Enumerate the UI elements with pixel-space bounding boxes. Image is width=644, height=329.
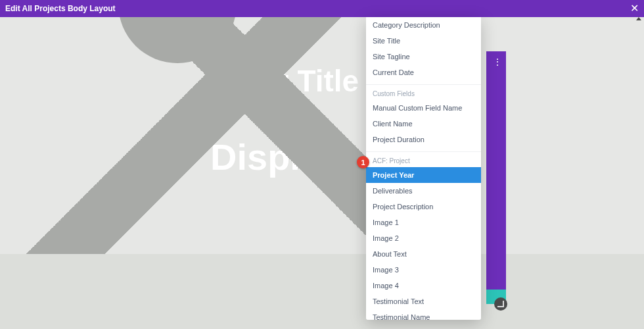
scroll-up-icon[interactable] bbox=[636, 17, 641, 20]
dropdown-item[interactable]: Current Date bbox=[366, 64, 481, 80]
preview-display-text: Display bbox=[210, 136, 341, 178]
dropdown-header-custom-fields: Custom Fields bbox=[366, 84, 481, 100]
dropdown-item[interactable]: Image 2 bbox=[366, 230, 481, 246]
dropdown-item[interactable]: Deliverables bbox=[366, 183, 481, 199]
dropdown-item[interactable]: Site Title bbox=[366, 33, 481, 49]
settings-panel-edge bbox=[486, 51, 506, 301]
placeholder-circle bbox=[118, 17, 237, 63]
dropdown-item[interactable]: Testimonial Text bbox=[366, 293, 481, 309]
dropdown-item[interactable]: Project Description bbox=[366, 199, 481, 215]
dropdown-section: Manual Custom Field Name Client Name Pro… bbox=[366, 100, 481, 147]
dropdown-item[interactable]: About Text bbox=[366, 246, 481, 262]
dropdown-item[interactable]: Client Name bbox=[366, 116, 481, 132]
dropdown-item[interactable]: Image 3 bbox=[366, 262, 481, 278]
dropdown-item[interactable]: Manual Custom Field Name bbox=[366, 100, 481, 116]
dropdown-item[interactable]: Testimonial Name bbox=[366, 309, 481, 320]
dropdown-item[interactable]: Category Description bbox=[366, 17, 481, 33]
dropdown-section: Category Description Site Title Site Tag… bbox=[366, 17, 481, 80]
dropdown-item[interactable]: Image 1 bbox=[366, 215, 481, 230]
dropdown-item[interactable]: Image 4 bbox=[366, 278, 481, 293]
dropdown-item-project-year[interactable]: Project Year bbox=[366, 167, 481, 183]
dynamic-content-dropdown[interactable]: Category Description Site Title Site Tag… bbox=[366, 17, 481, 320]
canvas-preview: Post Title Display bbox=[0, 17, 644, 254]
resize-handle-icon[interactable] bbox=[494, 297, 507, 311]
dropdown-item[interactable]: Project Duration bbox=[366, 132, 481, 147]
dropdown-section: Project Year Deliverables Project Descri… bbox=[366, 167, 481, 320]
close-icon[interactable]: ✕ bbox=[630, 3, 639, 14]
preview-post-title: Post Title bbox=[223, 63, 359, 99]
page-title: Edit All Projects Body Layout bbox=[5, 4, 116, 13]
kebab-icon[interactable]: ⋮ bbox=[493, 57, 502, 67]
dropdown-header-acf-project: ACF: Project bbox=[366, 151, 481, 167]
annotation-badge-1: 1 bbox=[357, 156, 369, 168]
dropdown-item[interactable]: Site Tagline bbox=[366, 49, 481, 64]
topbar: Edit All Projects Body Layout ✕ bbox=[0, 0, 644, 17]
